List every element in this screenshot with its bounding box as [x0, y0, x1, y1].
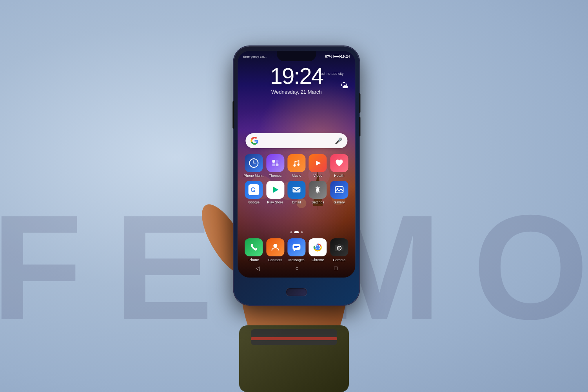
app-row-2: G Google: [243, 181, 350, 204]
page-dot: [301, 231, 303, 233]
dock-chrome[interactable]: Chrome: [308, 238, 328, 262]
phone-manager-icon: [245, 154, 263, 172]
phone-button-left[interactable]: [232, 101, 234, 129]
dock-messages[interactable]: Messages: [286, 238, 307, 262]
mic-icon: 🎤: [335, 137, 343, 145]
gallery-icon: [330, 181, 348, 199]
app-music[interactable]: Music: [286, 154, 307, 178]
video-icon: [309, 154, 327, 172]
page-dot: [290, 231, 292, 233]
svg-marker-23: [316, 161, 321, 165]
themes-icon: [266, 154, 284, 172]
battery-percent: 87%: [325, 54, 332, 58]
svg-rect-20: [276, 163, 278, 166]
dock-contacts-label: Contacts: [268, 258, 282, 262]
settings-label: Settings: [311, 200, 324, 204]
google-label: Google: [248, 200, 260, 204]
svg-point-39: [338, 247, 340, 249]
nav-back[interactable]: ◁: [256, 265, 260, 271]
svg-text:G: G: [251, 187, 256, 193]
music-icon: [287, 154, 305, 172]
dock-phone[interactable]: Phone: [244, 238, 264, 262]
phone: Emergency cal... 87% 19:24 19:24 Touch t…: [234, 46, 359, 305]
phone-button-right1[interactable]: [359, 93, 360, 113]
dock-chrome-label: Chrome: [312, 258, 324, 262]
play-store-label: Play Store: [267, 200, 283, 204]
music-label: Music: [292, 174, 301, 178]
settings-icon: [309, 181, 327, 199]
bottom-dock: Phone Contacts: [243, 238, 350, 262]
search-bar[interactable]: 🎤: [245, 133, 347, 148]
app-gallery[interactable]: Gallery: [329, 181, 349, 204]
status-time: 19:24: [341, 54, 350, 58]
battery-icon: [333, 55, 339, 58]
health-icon: [330, 154, 348, 172]
phone-manager-label: Phone Man...: [244, 174, 264, 178]
nav-recents[interactable]: □: [334, 265, 338, 271]
phone-button-right2[interactable]: [359, 117, 360, 136]
dock-chrome-icon: [309, 238, 327, 256]
clock-area: 19:24 Touch to add city Wednesday, 21 Ma…: [238, 65, 355, 95]
page-dots: [238, 231, 355, 233]
dock-camera-label: Camera: [333, 258, 345, 262]
dock-phone-icon: [245, 238, 263, 256]
phone-screen: Emergency cal... 87% 19:24 19:24 Touch t…: [238, 51, 355, 278]
nav-bar: ◁ ○ □: [238, 263, 355, 274]
dock-contacts[interactable]: Contacts: [265, 238, 285, 262]
status-emergency: Emergency cal...: [243, 55, 267, 58]
google-logo: [250, 136, 259, 145]
touch-hint: Touch to add city: [317, 72, 344, 76]
clock-date: Wednesday, 21 March: [238, 89, 355, 95]
clock-time: 19:24: [238, 65, 355, 87]
nav-home[interactable]: ○: [295, 265, 298, 271]
dock-messages-icon: [287, 238, 305, 256]
app-phone-manager[interactable]: Phone Man...: [244, 154, 264, 178]
app-grid: Phone Man... Themes: [243, 154, 350, 207]
notch: [277, 51, 316, 61]
page-dot-active: [294, 231, 299, 233]
app-email[interactable]: Email: [286, 181, 307, 204]
svg-rect-28: [292, 187, 300, 192]
email-label: Email: [292, 200, 301, 204]
app-google[interactable]: G Google: [244, 181, 264, 204]
svg-rect-19: [272, 163, 275, 166]
app-play-store[interactable]: Play Store: [265, 181, 285, 204]
svg-rect-8: [251, 337, 337, 340]
dock-camera-icon: [330, 238, 348, 256]
play-store-icon: [266, 181, 284, 199]
svg-point-22: [297, 163, 299, 166]
phone-body: Emergency cal... 87% 19:24 19:24 Touch t…: [234, 46, 359, 305]
svg-rect-17: [272, 160, 275, 163]
weather-icon: 🌤: [340, 81, 348, 90]
svg-point-21: [293, 164, 296, 167]
dock-camera[interactable]: Camera: [329, 238, 349, 262]
status-right-area: 87% 19:24: [325, 54, 350, 58]
app-row-1: Phone Man... Themes: [243, 154, 350, 178]
app-settings[interactable]: Settings: [308, 181, 328, 204]
themes-label: Themes: [269, 174, 282, 178]
app-health[interactable]: Health: [329, 154, 349, 178]
dock-messages-label: Messages: [289, 258, 305, 262]
svg-rect-18: [276, 160, 278, 163]
dock-contacts-icon: [266, 238, 284, 256]
svg-point-36: [316, 246, 319, 249]
home-button[interactable]: [286, 288, 307, 296]
google-icon: G: [245, 181, 263, 199]
gallery-label: Gallery: [334, 200, 345, 204]
svg-point-32: [273, 244, 277, 248]
app-themes[interactable]: Themes: [265, 154, 285, 178]
email-icon: [287, 181, 305, 199]
dock-phone-label: Phone: [249, 258, 259, 262]
app-video[interactable]: Video: [308, 154, 328, 178]
health-label: Health: [334, 174, 344, 178]
video-label: Video: [313, 174, 322, 178]
